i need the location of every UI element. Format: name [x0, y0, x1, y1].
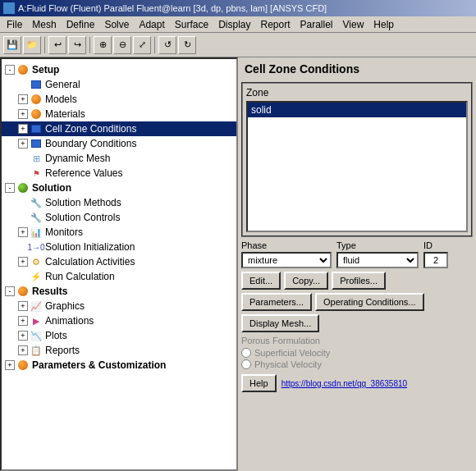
tree-label-graphics: Graphics [45, 300, 85, 312]
fit-button[interactable]: ⤢ [133, 36, 151, 54]
parameters-button[interactable]: Parameters... [241, 293, 312, 311]
tree-panel: -SetupGeneral+Models+Materials+Cell Zone… [0, 57, 238, 471]
tree-item-setup[interactable]: -Setup [2, 62, 236, 77]
tree-label-animations: Animations [45, 315, 94, 327]
panel-title: Cell Zone Conditions [241, 61, 473, 77]
expand-icon-cell-zone[interactable]: + [18, 124, 28, 134]
radio-superficial[interactable]: Superficial Velocity [241, 348, 473, 358]
menu-item-report[interactable]: Report [255, 17, 295, 32]
tree-item-solution[interactable]: -Solution [2, 181, 236, 195]
tree-item-params[interactable]: +Parameters & Customization [2, 358, 236, 373]
expand-icon-solution[interactable]: - [5, 183, 15, 193]
tree-label-general: General [45, 79, 80, 90]
display-mesh-button[interactable]: Display Mesh... [241, 314, 319, 332]
expand-icon-reports[interactable]: + [18, 345, 28, 355]
toolbar: 💾 📁 ↩ ↪ ⊕ ⊖ ⤢ ↺ ↻ [0, 33, 476, 57]
id-label: ID [423, 240, 448, 250]
tree-item-animations[interactable]: +▶Animations [2, 313, 236, 328]
edit-button[interactable]: Edit... [241, 272, 281, 290]
expand-icon-boundary[interactable]: + [18, 139, 28, 149]
tree-item-cell-zone[interactable]: +Cell Zone Conditions [2, 121, 236, 136]
toolbar-separator-2 [89, 37, 90, 53]
radio-physical[interactable]: Physical Velocity [241, 359, 473, 369]
tree-item-sol-controls[interactable]: 🔧Solution Controls [2, 210, 236, 225]
node-icon-sol-init: 1→0 [30, 240, 43, 254]
expand-icon-materials[interactable]: + [18, 109, 28, 119]
menu-item-adapt[interactable]: Adapt [134, 17, 169, 32]
toolbar-separator-3 [154, 37, 155, 53]
expand-icon-params[interactable]: + [5, 360, 15, 370]
tree-label-plots: Plots [45, 330, 67, 341]
radio-superficial-label: Superficial Velocity [254, 348, 330, 358]
redo-button[interactable]: ↪ [68, 36, 86, 54]
expand-icon-monitors[interactable]: + [18, 227, 28, 237]
tree-item-plots[interactable]: +📉Plots [2, 328, 236, 343]
id-group: ID [423, 240, 448, 268]
profiles-button[interactable]: Profiles... [332, 272, 386, 290]
copy-button[interactable]: Copy... [284, 272, 328, 290]
id-input[interactable] [423, 252, 448, 268]
tree-label-run-calc: Run Calculation [45, 271, 115, 282]
zoom-out-button[interactable]: ⊖ [113, 36, 131, 54]
app-icon [3, 2, 15, 14]
node-icon-dynamic-mesh: ⊞ [30, 152, 43, 165]
undo-button[interactable]: ↩ [48, 36, 66, 54]
rotate-cw-button[interactable]: ↺ [158, 36, 176, 54]
tree-item-reports[interactable]: +📋Reports [2, 343, 236, 358]
zoom-in-button[interactable]: ⊕ [94, 36, 112, 54]
radio-superficial-dot[interactable] [241, 348, 251, 358]
menu-item-surface[interactable]: Surface [170, 17, 213, 32]
phase-label: Phase [241, 240, 332, 250]
tree-item-general[interactable]: General [2, 77, 236, 92]
menu-item-define[interactable]: Define [62, 17, 100, 32]
menu-item-display[interactable]: Display [213, 17, 255, 32]
tree-item-dynamic-mesh[interactable]: ⊞Dynamic Mesh [2, 151, 236, 166]
tree-item-boundary[interactable]: +Boundary Conditions [2, 136, 236, 151]
node-icon-monitors: 📊 [30, 226, 43, 239]
node-icon-boundary [30, 137, 43, 150]
node-icon-reference: ⚑ [30, 167, 43, 180]
menu-item-parallel[interactable]: Parallel [295, 17, 338, 32]
node-icon-sol-methods: 🔧 [30, 196, 43, 209]
tree-item-graphics[interactable]: +📈Graphics [2, 299, 236, 313]
tree-item-run-calc[interactable]: ⚡Run Calculation [2, 269, 236, 284]
node-icon-graphics: 📈 [30, 300, 43, 313]
tree-item-sol-methods[interactable]: 🔧Solution Methods [2, 195, 236, 210]
tree-item-materials[interactable]: +Materials [2, 107, 236, 121]
expand-icon-graphics[interactable]: + [18, 301, 28, 311]
url-link[interactable]: https://blog.csdn.net/qq_38635810 [281, 379, 407, 388]
tree-item-monitors[interactable]: +📊Monitors [2, 225, 236, 240]
node-icon-models [30, 93, 43, 106]
open-button[interactable]: 📁 [23, 36, 41, 54]
tree-item-models[interactable]: +Models [2, 92, 236, 107]
menu-item-view[interactable]: View [338, 17, 369, 32]
tree-label-setup: Setup [32, 64, 59, 75]
zone-item-solid[interactable]: solid [248, 103, 466, 117]
expand-icon-animations[interactable]: + [18, 316, 28, 326]
expand-icon-models[interactable]: + [18, 94, 28, 104]
expand-icon-calc-act[interactable]: + [18, 257, 28, 267]
tree-item-sol-init[interactable]: 1→0Solution Initialization [2, 240, 236, 254]
phase-select[interactable]: mixture [241, 252, 332, 268]
radio-physical-dot[interactable] [241, 359, 251, 369]
help-button[interactable]: Help [241, 374, 277, 392]
rotate-ccw-button[interactable]: ↻ [178, 36, 196, 54]
menu-item-help[interactable]: Help [368, 17, 399, 32]
expand-icon-setup[interactable]: - [5, 65, 15, 75]
type-select[interactable]: fluid [336, 252, 419, 268]
node-icon-animations: ▶ [30, 314, 43, 327]
tree-item-reference[interactable]: ⚑Reference Values [2, 166, 236, 181]
menu-item-file[interactable]: File [2, 17, 27, 32]
operating-conditions-button[interactable]: Operating Conditions... [315, 293, 424, 311]
menu-item-mesh[interactable]: Mesh [27, 17, 61, 32]
title-bar: A:Fluid Flow (Fluent) Parallel Fluent@le… [0, 0, 476, 16]
tree-label-solution: Solution [32, 182, 71, 194]
tree-item-results[interactable]: -Results [2, 284, 236, 299]
menu-item-solve[interactable]: Solve [99, 17, 134, 32]
tree-item-calc-act[interactable]: +⚙Calculation Activities [2, 254, 236, 269]
tree-label-monitors: Monitors [45, 226, 83, 238]
zone-listbox[interactable]: solid [246, 101, 468, 232]
expand-icon-plots[interactable]: + [18, 331, 28, 341]
new-button[interactable]: 💾 [3, 36, 21, 54]
expand-icon-results[interactable]: - [5, 286, 15, 296]
